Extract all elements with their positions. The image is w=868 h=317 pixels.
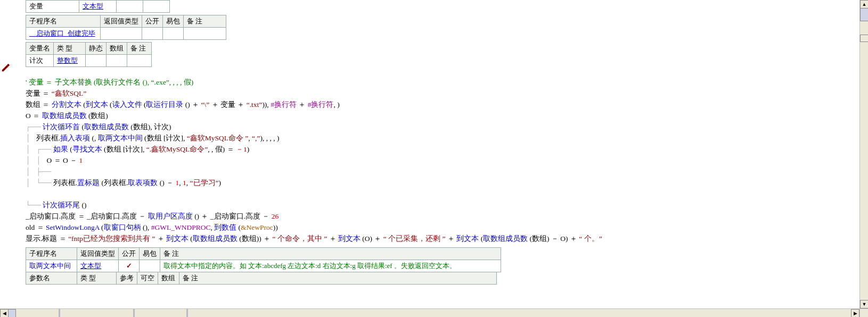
sub-hdr-name: 子程序名: [26, 15, 101, 28]
prm-hdr-type: 类 型: [77, 272, 117, 285]
sub-hdr-public: 公开: [142, 15, 163, 28]
prm-hdr-empty: 可空: [137, 272, 158, 285]
sub2-hdr-yibao: 易包: [140, 248, 160, 260]
sub-cell-public[interactable]: [142, 28, 163, 40]
sub-cell-yibao[interactable]: [163, 28, 184, 40]
loc-hdr-type: 类 型: [54, 43, 86, 55]
vscroll-midbox[interactable]: [860, 35, 868, 42]
sub2-cell-name[interactable]: 取两文本中间: [26, 260, 77, 272]
loc-cell-type[interactable]: 整数型: [54, 55, 86, 67]
hscroll-tick: [59, 309, 60, 317]
sub2-hdr-public: 公开: [119, 248, 140, 260]
horizontal-scrollbar[interactable]: ◀ ▶: [0, 308, 859, 317]
loc-hdr-array: 数组: [107, 43, 127, 55]
sub-cell-name[interactable]: __启动窗口_创建完毕: [26, 28, 101, 40]
loc-hdr-name: 变量名: [26, 43, 54, 55]
vscroll-thumb[interactable]: [860, 8, 868, 21]
prm-hdr-array: 数组: [158, 272, 179, 285]
variable-table: 变量 文本型: [26, 0, 170, 13]
sub2-hdr-return: 返回值类型: [77, 248, 119, 260]
prm-hdr-name: 参数名: [26, 272, 77, 285]
locals-table: 变量名 类 型 静态 数组 备 注 计次 整数型: [26, 42, 152, 67]
loc-hdr-remark: 备 注: [127, 43, 152, 55]
sub2-hdr-remark: 备 注: [160, 248, 501, 260]
hscroll-tick: [133, 309, 135, 317]
var-cell-type[interactable]: 文本型: [79, 1, 117, 13]
var-cell-name[interactable]: 变量: [26, 1, 79, 13]
sub2-hdr-name: 子程序名: [26, 248, 77, 260]
prm-hdr-remark: 备 注: [179, 272, 497, 285]
sub-hdr-remark: 备 注: [184, 15, 226, 28]
subroutine2-table: 子程序名 返回值类型 公开 易包 备 注 取两文本中间 文本型 ✓ 取得文本中指…: [26, 247, 501, 272]
hscroll-thumb[interactable]: [8, 309, 16, 317]
params-table: 参数名 类 型 参考 可空 数组 备 注: [26, 272, 497, 285]
sub2-cell-remark[interactable]: 取得文本中指定的内容。如 文本:abcdefg 左边文本:d 右边文本:g 取得…: [160, 260, 501, 272]
loc-hdr-static: 静态: [86, 43, 107, 55]
sub2-cell-return[interactable]: 文本型: [77, 260, 119, 272]
scroll-corner: [859, 308, 868, 317]
loc-cell-array[interactable]: [107, 55, 127, 67]
sub-hdr-return: 返回值类型: [101, 15, 142, 28]
check-icon: ✓: [126, 262, 132, 270]
scroll-down-arrow-icon[interactable]: ▼: [860, 300, 868, 308]
var-cell-c3[interactable]: [143, 1, 170, 13]
var-cell-c2[interactable]: [117, 1, 143, 13]
sub2-cell-yibao[interactable]: [140, 260, 160, 272]
left-gutter: [0, 0, 16, 308]
subroutine-table: 子程序名 返回值类型 公开 易包 备 注 __启动窗口_创建完毕: [26, 15, 226, 40]
scroll-up-arrow-icon[interactable]: ▲: [860, 0, 868, 9]
prm-hdr-ref: 参考: [117, 272, 137, 285]
sub2-cell-public[interactable]: ✓: [119, 260, 140, 272]
code-block[interactable]: ' 变量 ＝ 子文本替换 (取执行文件名 (), “.exe”, , , , 假…: [26, 77, 846, 244]
loc-cell-static[interactable]: [86, 55, 107, 67]
loc-cell-name[interactable]: 计次: [26, 55, 54, 67]
sub-cell-remark[interactable]: [184, 28, 226, 40]
sub-hdr-yibao: 易包: [163, 15, 184, 28]
pencil-icon: [1, 63, 12, 73]
loc-cell-remark[interactable]: [127, 55, 152, 67]
vertical-scrollbar[interactable]: ▲ ▼: [859, 0, 868, 308]
scroll-left-arrow-icon[interactable]: ◀: [0, 309, 9, 317]
scroll-right-arrow-icon[interactable]: ▶: [851, 309, 859, 317]
hscroll-tick: [186, 309, 188, 317]
sub-cell-return[interactable]: [101, 28, 142, 40]
svg-marker-0: [2, 65, 9, 72]
